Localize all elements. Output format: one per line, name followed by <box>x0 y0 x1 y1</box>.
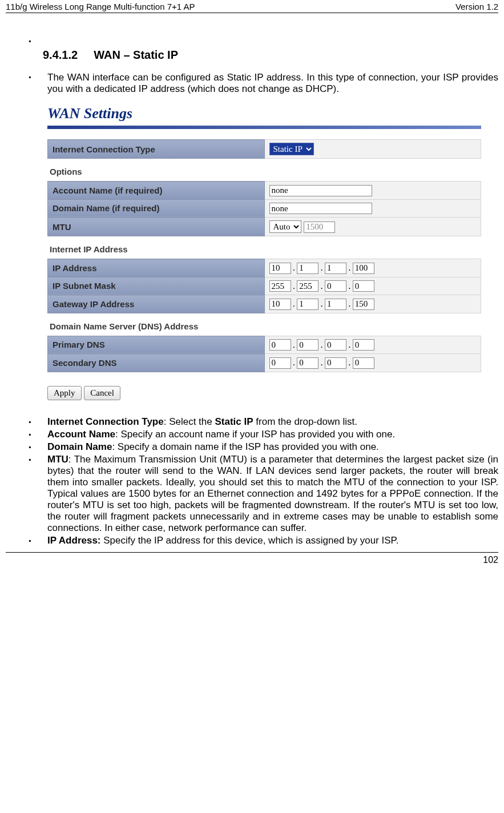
sdns-oct4[interactable] <box>353 357 374 369</box>
sdns-oct3[interactable] <box>325 357 346 369</box>
mask-oct3[interactable] <box>325 280 346 292</box>
sdns-label: Secondary DNS <box>48 354 265 372</box>
conn-type-select[interactable]: Static IP <box>269 143 314 155</box>
account-label: Account Name (if required) <box>48 182 265 200</box>
header-right: Version 1.2 <box>455 2 498 11</box>
options-subhead: Options <box>47 159 481 181</box>
mask-oct1[interactable] <box>269 280 291 292</box>
ip-oct2[interactable] <box>297 263 318 274</box>
section-number: 9.4.1.2 <box>43 49 78 61</box>
pdns-oct3[interactable] <box>325 339 346 351</box>
note-mtu: MTU: The Maximum Transmission Unit (MTU)… <box>29 454 498 534</box>
gw-oct2[interactable] <box>297 299 318 310</box>
note-ict: Internet Connection Type: Select the Sta… <box>29 416 498 428</box>
section-heading: 9.4.1.2WAN – Static IP <box>43 49 498 62</box>
panel-title: WAN Settings <box>47 105 481 122</box>
pdns-oct4[interactable] <box>353 339 374 351</box>
gw-oct4[interactable] <box>353 299 374 310</box>
gw-label: Gateway IP Address <box>48 295 265 313</box>
ip-oct4[interactable] <box>353 263 374 274</box>
note-ipaddress: IP Address: Specify the IP address for t… <box>29 535 498 546</box>
cancel-button[interactable]: Cancel <box>84 386 120 400</box>
mask-label: IP Subnet Mask <box>48 277 265 295</box>
apply-button[interactable]: Apply <box>47 386 82 400</box>
pdns-oct1[interactable] <box>269 339 291 351</box>
account-input[interactable] <box>269 185 372 196</box>
pdns-oct2[interactable] <box>297 339 318 351</box>
ip-label: IP Address <box>48 259 265 277</box>
note-account: Account Name: Specify an account name if… <box>29 429 498 440</box>
sdns-oct1[interactable] <box>269 357 291 369</box>
page-footer: 102 <box>6 552 498 568</box>
sdns-oct2[interactable] <box>297 357 318 369</box>
dns-subhead: Domain Name Server (DNS) Address <box>47 313 481 336</box>
page-header: 11b/g Wireless Long Range Multi-function… <box>6 0 498 13</box>
mtu-mode-select[interactable]: Auto <box>269 220 301 233</box>
gw-oct3[interactable] <box>325 299 346 310</box>
ip-oct3[interactable] <box>325 263 346 274</box>
conn-type-label: Internet Connection Type <box>48 140 265 159</box>
mask-oct2[interactable] <box>297 280 318 292</box>
title-underline <box>47 126 481 129</box>
empty-bullet <box>29 36 498 47</box>
intro-text: The WAN interface can be configured as S… <box>29 72 498 95</box>
section-title: WAN – Static IP <box>94 49 178 61</box>
page-body: 9.4.1.2WAN – Static IP The WAN interface… <box>6 13 498 546</box>
ip-oct1[interactable] <box>269 263 291 274</box>
ip-subhead: Internet IP Address <box>47 236 481 259</box>
gw-oct1[interactable] <box>269 299 291 310</box>
mask-oct4[interactable] <box>353 280 374 292</box>
mtu-value-input <box>304 222 335 233</box>
domain-input[interactable] <box>269 203 372 214</box>
header-left: 11b/g Wireless Long Range Multi-function… <box>6 2 195 11</box>
pdns-label: Primary DNS <box>48 336 265 354</box>
page-number: 102 <box>483 555 498 565</box>
mtu-label: MTU <box>48 218 265 236</box>
wan-settings-panel: WAN Settings Internet Connection Type St… <box>47 105 481 400</box>
domain-label: Domain Name (if required) <box>48 199 265 218</box>
note-domain: Domain Name: Specify a domain name if th… <box>29 441 498 453</box>
